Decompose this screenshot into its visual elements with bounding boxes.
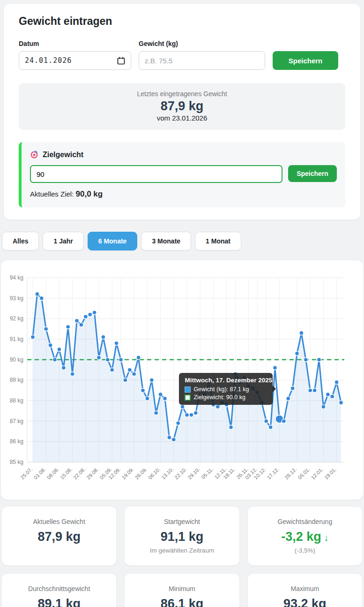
- goal-weight-box: Zielgewicht Speichern Aktuelles Ziel: 90…: [19, 142, 345, 207]
- stat-card-minimum: Minimum 86,1 kg: [125, 574, 239, 607]
- svg-text:08.08.: 08.08.: [46, 466, 60, 480]
- svg-text:29.08.: 29.08.: [85, 466, 99, 480]
- stat-label: Durchschnittsgewicht: [2, 585, 116, 592]
- svg-text:29.10.: 29.10.: [186, 466, 201, 480]
- date-value: 24.01.2026: [25, 56, 72, 65]
- svg-text:05.11.: 05.11.: [200, 466, 214, 480]
- last-weight-value: 87,9 kg: [23, 99, 341, 114]
- range-button-1-jahr[interactable]: 1 Jahr: [43, 232, 83, 250]
- svg-text:13.10.: 13.10.: [160, 466, 174, 480]
- svg-text:26.12.: 26.12.: [283, 466, 297, 480]
- date-field-group: Datum 24.01.2026: [19, 40, 131, 70]
- stat-card-gewichtsaenderung: Gewichtsänderung -3,2 kg ↓ (-3,5%): [248, 507, 362, 565]
- stat-card-maximum: Maximum 93,2 kg: [248, 574, 362, 607]
- goal-current-label: Aktuelles Ziel:: [30, 190, 74, 198]
- goal-title: Zielgewicht: [43, 151, 83, 159]
- svg-text:17.12.: 17.12.: [266, 466, 280, 480]
- stat-card-durchschnittsgewicht: Durchschnittsgewicht 89,1 kg: [2, 574, 116, 607]
- page-title: Gewicht eintragen: [19, 15, 345, 28]
- svg-text:26.09.: 26.09.: [134, 466, 148, 480]
- svg-text:19.01.: 19.01.: [323, 466, 337, 480]
- svg-text:88 kg: 88 kg: [10, 397, 23, 404]
- stat-value: 91,1 kg: [125, 530, 239, 544]
- stat-label: Startgewicht: [125, 518, 239, 525]
- down-arrow-icon: ↓: [321, 532, 329, 543]
- stat-label: Gewichtsänderung: [248, 518, 362, 525]
- svg-text:22.08.: 22.08.: [72, 466, 86, 480]
- last-weight-label: Letztes eingetragenes Gewicht: [23, 90, 341, 98]
- svg-text:05.01.: 05.01.: [297, 466, 311, 480]
- save-weight-button[interactable]: Speichern: [273, 51, 338, 70]
- weight-input[interactable]: [139, 51, 265, 70]
- stat-value: 89,1 kg: [2, 597, 116, 607]
- weight-chart-card: 94 kg93 kg92 kg91 kg90 kg89 kg88 kg87 kg…: [1, 260, 363, 500]
- svg-text:01.08.: 01.08.: [32, 466, 46, 480]
- svg-text:22.10.: 22.10.: [173, 466, 187, 480]
- stat-value: 86,1 kg: [125, 597, 239, 607]
- range-button-6-monate[interactable]: 6 Monate: [88, 232, 138, 250]
- page: Gewicht eintragen Datum 24.01.2026 Gewic…: [0, 4, 364, 607]
- stat-label: Maximum: [248, 585, 362, 592]
- svg-text:92 kg: 92 kg: [10, 315, 23, 322]
- stat-value: -3,2 kg ↓: [248, 530, 362, 544]
- svg-text:89 kg: 89 kg: [10, 377, 23, 383]
- target-icon: [30, 150, 39, 159]
- svg-text:15.08.: 15.08.: [59, 466, 73, 480]
- save-goal-button[interactable]: Speichern: [288, 165, 337, 182]
- weight-field-group: Gewicht (kg): [139, 40, 265, 70]
- svg-text:25.07.: 25.07.: [19, 466, 33, 480]
- range-button-alles[interactable]: Alles: [2, 232, 39, 250]
- weight-line-chart[interactable]: 94 kg93 kg92 kg91 kg90 kg89 kg88 kg87 kg…: [1, 260, 363, 500]
- svg-text:91 kg: 91 kg: [10, 336, 23, 342]
- svg-text:93 kg: 93 kg: [10, 295, 23, 302]
- svg-text:85 kg: 85 kg: [10, 459, 23, 465]
- stats-grid: Aktuelles Gewicht 87,9 kg Startgewicht 9…: [2, 507, 362, 607]
- stat-sub: Im gewählten Zeitraum: [125, 547, 239, 554]
- stat-sub: (-3,5%): [248, 547, 362, 554]
- calendar-icon[interactable]: [117, 57, 125, 65]
- stat-value: 93,2 kg: [248, 597, 362, 607]
- svg-text:19.09.: 19.09.: [120, 466, 134, 480]
- goal-current-value: 90,0 kg: [76, 190, 103, 198]
- stat-value: 87,9 kg: [2, 530, 116, 544]
- range-button-3-monate[interactable]: 3 Monate: [141, 232, 191, 250]
- date-input[interactable]: 24.01.2026: [19, 51, 131, 70]
- svg-text:87 kg: 87 kg: [10, 418, 23, 425]
- weight-label: Gewicht (kg): [139, 40, 265, 47]
- svg-text:06.10.: 06.10.: [147, 466, 161, 480]
- last-weight-date: vom 23.01.2026: [23, 114, 341, 122]
- svg-text:12.01.: 12.01.: [310, 466, 324, 480]
- date-label: Datum: [19, 40, 131, 47]
- stat-label: Aktuelles Gewicht: [2, 518, 116, 525]
- range-selector: Alles 1 Jahr 6 Monate 3 Monate 1 Monat: [2, 232, 364, 250]
- svg-text:94 kg: 94 kg: [10, 274, 23, 281]
- range-button-1-monat[interactable]: 1 Monat: [195, 232, 241, 250]
- stat-card-aktuelles-gewicht: Aktuelles Gewicht 87,9 kg: [2, 507, 116, 565]
- stat-label: Minimum: [125, 585, 239, 592]
- stat-card-startgewicht: Startgewicht 91,1 kg Im gewählten Zeitra…: [125, 507, 239, 565]
- svg-text:90 kg: 90 kg: [10, 357, 23, 363]
- goal-input[interactable]: [30, 165, 282, 183]
- entry-form: Datum 24.01.2026 Gewicht (kg) Speichern: [19, 40, 345, 70]
- last-weight-box: Letztes eingetragenes Gewicht 87,9 kg vo…: [19, 83, 345, 130]
- weight-entry-card: Gewicht eintragen Datum 24.01.2026 Gewic…: [4, 4, 360, 220]
- svg-text:86 kg: 86 kg: [10, 438, 23, 445]
